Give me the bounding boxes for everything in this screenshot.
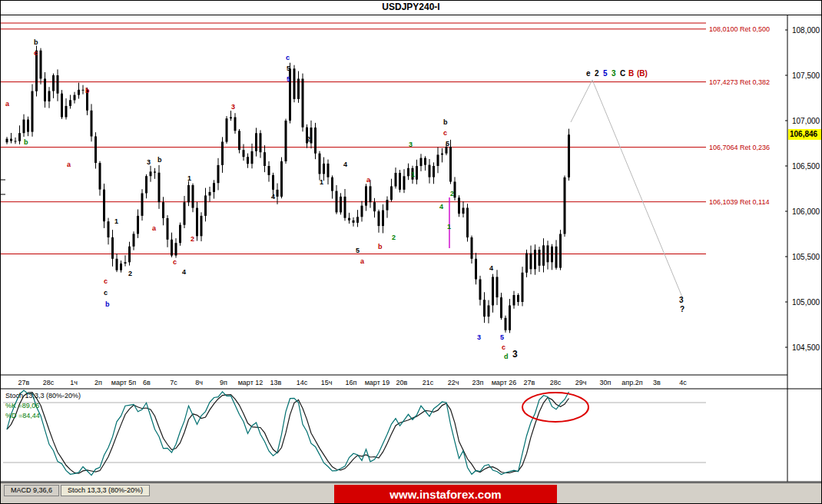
time-label: март 26 <box>492 379 517 386</box>
time-label: 4с <box>679 379 687 386</box>
wave-label: a <box>360 257 365 265</box>
price-tick-label: 105,000 <box>792 298 820 307</box>
fib-label: 108,0100 Ret 0,500 <box>709 25 770 33</box>
price-tick-label: 105,500 <box>792 253 820 261</box>
wave-label: 1 <box>187 174 191 182</box>
time-label: март 5п <box>111 379 137 386</box>
wave-label: b <box>24 138 28 146</box>
wave-label: 3 <box>512 349 518 360</box>
time-label: 16п <box>346 379 357 386</box>
time-label: 1ч <box>70 379 78 386</box>
wave-label: b <box>85 87 90 94</box>
wave-label: c <box>443 129 447 137</box>
time-label: март 19 <box>365 379 390 386</box>
wave-label: 3 <box>231 103 235 111</box>
fib-label: 106,1039 Ret 0,114 <box>709 198 769 206</box>
wave-label: c <box>173 258 177 266</box>
fib-label: 106,7064 Ret 0,236 <box>709 144 770 151</box>
wave-label: b <box>443 118 448 126</box>
time-label: апр.2п <box>621 379 642 386</box>
wave-label: 5 <box>356 247 360 254</box>
svg-text:e: e <box>586 69 591 78</box>
price-tick-label: 104,500 <box>792 343 820 352</box>
wave-label: b <box>34 38 38 46</box>
stoch-d-value: %D =84,44 <box>5 411 81 421</box>
wave-label: d <box>504 353 509 360</box>
stoch-k-value: %K =89,06 <box>5 401 81 411</box>
time-label: 15ч <box>321 379 333 386</box>
wave-label: 5 <box>446 140 449 148</box>
wave-label: b <box>157 156 162 164</box>
price-tick-label: 106,500 <box>792 162 820 171</box>
price-tick-label: 107,000 <box>792 117 820 125</box>
price-tick-label: 108,000 <box>792 26 820 35</box>
time-label: март 12 <box>238 379 264 386</box>
wave-label: 1 <box>114 217 118 225</box>
time-label: 6в <box>143 379 151 386</box>
wave-label: 3 <box>147 158 151 166</box>
price-chart-canvas[interactable]: 108,0100 Ret 0,500107,4273 Ret 0,382106,… <box>1 1 822 504</box>
time-label: 21с <box>423 379 434 386</box>
svg-text:3: 3 <box>679 296 684 304</box>
wave-label: c <box>104 289 108 297</box>
wave-label: a <box>152 224 157 232</box>
wave-label: c <box>286 54 290 61</box>
time-axis: 27в28с1ч2пмарт 5п6в7с8ч9пмарт 1213в14с15… <box>18 379 688 386</box>
wave-label: 4 <box>489 264 493 272</box>
wave-label: c <box>104 277 108 285</box>
wave-label: c <box>34 49 38 57</box>
wave-label: 4 <box>182 268 186 276</box>
instaforex-banner[interactable]: www.instaforex.com <box>334 485 557 504</box>
wave-label: a <box>5 100 10 108</box>
price-bars <box>6 46 571 333</box>
wave-label: 4 <box>343 161 347 168</box>
wave-label: 2 <box>307 135 310 143</box>
wave-projection: 3? <box>571 80 684 313</box>
wave-label: b <box>378 243 383 250</box>
highlight-ellipse <box>522 393 588 422</box>
chart-window: USDJPY240-I 108,0100 Ret 0,500107,4273 R… <box>0 0 822 504</box>
current-price-tag: 106,846 <box>788 129 822 140</box>
wave-label: 2 <box>450 190 454 197</box>
svg-text:(B): (B) <box>637 69 648 78</box>
time-label: 2п <box>94 379 102 386</box>
wave-label: 4 <box>271 193 275 201</box>
wave-label: 4 <box>439 203 443 211</box>
svg-text:C: C <box>620 69 625 78</box>
time-label: 27в <box>18 379 30 386</box>
stoch-panel <box>3 390 706 476</box>
time-label: 7с <box>170 379 177 386</box>
wave-label: 3 <box>409 141 413 148</box>
time-label: 8ч <box>195 379 203 386</box>
svg-text:?: ? <box>680 305 684 313</box>
wave-label: c <box>502 343 505 351</box>
time-label: 9п <box>220 379 227 386</box>
wave-label: 3 <box>477 333 481 341</box>
tab-macd[interactable]: MACD 9,36,6 <box>4 485 59 496</box>
svg-text:5: 5 <box>603 69 608 78</box>
wave-label: a <box>67 161 71 168</box>
price-tick-label: 106,000 <box>792 207 820 216</box>
time-label: 28с <box>550 379 562 386</box>
price-axis: 108,000107,500107,000106,500106,000105,5… <box>1 15 822 482</box>
wave-label: 5 <box>287 65 290 72</box>
wave-label: 5 <box>287 75 290 83</box>
time-label: 30п <box>600 379 612 386</box>
time-label: 29ч <box>575 379 587 386</box>
time-label: 22ч <box>448 379 459 386</box>
price-tick-label: 107,500 <box>792 71 820 80</box>
time-label: 3в <box>653 379 661 386</box>
time-label: 28с <box>43 379 55 386</box>
svg-text:2: 2 <box>595 69 599 78</box>
time-label: 23п <box>472 379 484 386</box>
time-label: 20в <box>396 379 408 386</box>
time-label: 13в <box>270 379 282 386</box>
fib-label: 107,4273 Ret 0,382 <box>709 78 770 86</box>
time-label: 14с <box>297 379 308 386</box>
tab-stoch[interactable]: Stoch 13,3,3 (80%-20%) <box>61 485 150 496</box>
wave-labels: abbcab1ccb23bac41234c552145aab2314bc5213… <box>5 38 518 360</box>
time-label: 27в <box>524 379 535 386</box>
wave-label: 1 <box>411 171 415 178</box>
wave-label: 1 <box>320 178 323 186</box>
wave-label: 5 <box>500 333 504 341</box>
